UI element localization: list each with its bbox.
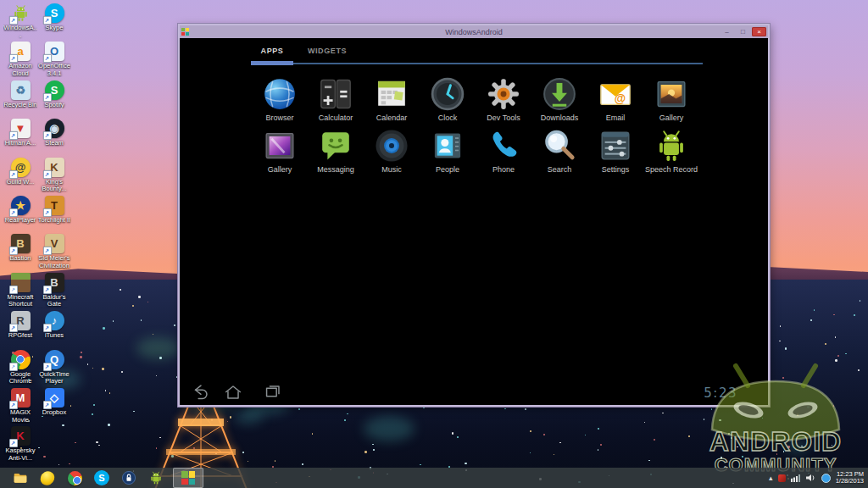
taskbar-google-chrome[interactable] bbox=[64, 469, 85, 487]
app-speech-record[interactable]: Speech Record bbox=[643, 127, 699, 179]
city-light bbox=[92, 368, 94, 369]
city-light bbox=[102, 368, 104, 370]
tray-clock[interactable]: 12:23 PM 1/28/2013 bbox=[836, 471, 864, 485]
city-light bbox=[80, 356, 82, 358]
city-light bbox=[109, 392, 111, 394]
app-label: Dev Tools bbox=[476, 114, 531, 122]
city-light bbox=[38, 447, 40, 449]
desktop-icon-torchlight-ii[interactable]: T↗Torchlight II bbox=[37, 196, 71, 225]
app-calculator[interactable]: Calculator bbox=[308, 75, 364, 127]
app-email[interactable]: @Email bbox=[587, 75, 643, 127]
desktop-icon-baldur-s-gate-enhanced[interactable]: B↗Baldur's Gate Enhanced... bbox=[37, 273, 71, 308]
tab-apps[interactable]: APPS bbox=[251, 47, 293, 55]
app-settings[interactable]: Settings bbox=[587, 127, 643, 179]
desktop-icon-dropbox[interactable]: ◇↗Dropbox bbox=[37, 388, 71, 417]
minimize-button[interactable]: – bbox=[720, 27, 734, 36]
taskbar-file-explorer[interactable] bbox=[10, 469, 31, 487]
app-label: People bbox=[420, 165, 476, 174]
window-titlebar[interactable]: WindowsAndroid –□× bbox=[180, 25, 768, 38]
city-light bbox=[457, 436, 459, 438]
shortcut-arrow-icon: ↗ bbox=[9, 401, 18, 409]
app-gallery[interactable]: Gallery bbox=[643, 75, 699, 127]
app-clock[interactable]: Clock bbox=[420, 75, 476, 127]
city-light bbox=[742, 456, 743, 458]
steam-icon: ◉↗ bbox=[45, 119, 64, 138]
desktop-icon-king-s-bounty[interactable]: K↗King's Bounty... bbox=[37, 158, 71, 193]
desktop-icon-hitman-a[interactable]: ▼↗Hitman A... bbox=[3, 119, 37, 147]
shortcut-arrow-icon: ↗ bbox=[43, 54, 52, 63]
nav-recents-button[interactable] bbox=[262, 381, 284, 403]
city-light bbox=[452, 432, 454, 435]
desktop-icon-kaspersky-anti-vi[interactable]: K↗Kaspersky Anti-Vi... bbox=[3, 426, 37, 462]
browser-icon bbox=[261, 75, 298, 113]
city-light bbox=[833, 314, 835, 316]
city-light bbox=[662, 413, 664, 414]
tray-volume-icon[interactable] bbox=[806, 473, 816, 483]
desktop-icon-label: Skype bbox=[37, 25, 71, 32]
city-light bbox=[530, 430, 531, 432]
city-light bbox=[598, 428, 599, 430]
desktop-icon-bastion[interactable]: B↗Bastion bbox=[3, 234, 37, 263]
app-dev-tools[interactable]: Dev Tools bbox=[476, 75, 531, 127]
shortcut-arrow-icon: ↗ bbox=[9, 131, 18, 140]
app-calendar[interactable]: Calendar bbox=[364, 75, 420, 127]
app-music[interactable]: Music bbox=[364, 127, 420, 179]
android-status-clock: 5:23 bbox=[704, 385, 737, 401]
desktop-icon-label: QuickTime Player bbox=[37, 371, 71, 385]
nav-home-button[interactable] bbox=[222, 381, 244, 403]
city-light bbox=[98, 445, 100, 446]
desktop-icon-label: Guild W... bbox=[3, 179, 37, 186]
shortcut-arrow-icon: ↗ bbox=[43, 286, 52, 294]
desktop-icon-label: Sid Meier's Civilization V bbox=[37, 255, 71, 269]
desktop-icon-windowsa[interactable]: ↗WindowsA... bbox=[3, 3, 37, 39]
desktop-icon-itunes[interactable]: ♪↗iTunes bbox=[37, 311, 71, 340]
tray-kaspersky-tray-icon[interactable] bbox=[778, 473, 786, 483]
desktop-icon-guild-w[interactable]: @↗Guild W... bbox=[3, 158, 37, 186]
tray-hidden-icons-icon[interactable]: ▴ bbox=[769, 473, 773, 483]
desktop-icon-sid-meier-s-civilization-v[interactable]: V↗Sid Meier's Civilization V bbox=[37, 234, 71, 269]
app-search[interactable]: Search bbox=[531, 127, 587, 179]
desktop-icon-amazon-cloud-player[interactable]: a↗Amazon Cloud Player bbox=[3, 42, 37, 77]
desktop-icon-label: Baldur's Gate Enhanced... bbox=[37, 294, 71, 308]
app-phone[interactable]: Phone bbox=[476, 127, 531, 179]
desktop-icon-minecraft-shortcut[interactable]: ↗Minecraft Shortcut bbox=[3, 273, 37, 308]
city-light bbox=[835, 359, 837, 362]
city-light bbox=[312, 433, 314, 435]
taskbar-windowsandroid[interactable] bbox=[173, 468, 203, 488]
maximize-button[interactable]: □ bbox=[736, 27, 750, 36]
desktop-icon-recycle-bin[interactable]: ♻Recycle Bin bbox=[3, 80, 37, 109]
app-gallery[interactable]: Gallery bbox=[252, 127, 308, 179]
app-browser[interactable]: Browser bbox=[252, 75, 308, 127]
desktop-icon-openoffice-3-4-1[interactable]: O↗OpenOffice 3.4.1 bbox=[37, 42, 71, 77]
desktop-icon-realplayer[interactable]: ★↗RealPlayer bbox=[3, 196, 37, 225]
taskbar-keepass[interactable] bbox=[119, 469, 139, 487]
city-light bbox=[731, 437, 732, 439]
taskbar-android-app[interactable] bbox=[146, 469, 166, 487]
shortcut-arrow-icon: ↗ bbox=[9, 324, 18, 332]
desktop-icon-steam[interactable]: ◉↗Steam bbox=[37, 119, 71, 147]
speech-record-icon bbox=[653, 127, 690, 164]
app-people[interactable]: People bbox=[420, 127, 476, 179]
city-light bbox=[120, 289, 121, 291]
desktop-icon-google-chrome[interactable]: ↗Google Chrome bbox=[3, 350, 37, 385]
desktop-icon-label: OpenOffice 3.4.1 bbox=[37, 63, 71, 77]
close-button[interactable]: × bbox=[752, 27, 766, 36]
nav-back-button[interactable] bbox=[190, 381, 212, 403]
desktop-icon-spotify[interactable]: S↗Spotify bbox=[37, 80, 71, 109]
desktop-icon-quicktime-player[interactable]: Q↗QuickTime Player bbox=[37, 350, 71, 385]
tray-network-icon[interactable] bbox=[791, 473, 801, 483]
taskbar-lemon-app[interactable] bbox=[37, 469, 58, 487]
desktop-icon-skype[interactable]: S↗Skype bbox=[37, 3, 71, 32]
tray-messenger-tray-icon[interactable] bbox=[821, 473, 831, 483]
city-light bbox=[785, 347, 787, 350]
app-messaging[interactable]: Messaging bbox=[308, 127, 364, 179]
tab-widgets[interactable]: WIDGETS bbox=[293, 47, 361, 55]
city-light bbox=[648, 460, 650, 462]
window-title: WindowsAndroid bbox=[180, 28, 768, 36]
desktop-icon-rpgfest[interactable]: R↗RPGfest bbox=[3, 311, 37, 340]
app-downloads[interactable]: Downloads bbox=[531, 75, 587, 127]
dropbox-icon: ◇↗ bbox=[45, 388, 64, 408]
calculator-icon bbox=[317, 75, 354, 113]
taskbar-skype[interactable]: S bbox=[92, 469, 112, 487]
desktop-icon-magix-movie-edit[interactable]: M↗MAGIX Movie Edit... bbox=[3, 388, 37, 424]
